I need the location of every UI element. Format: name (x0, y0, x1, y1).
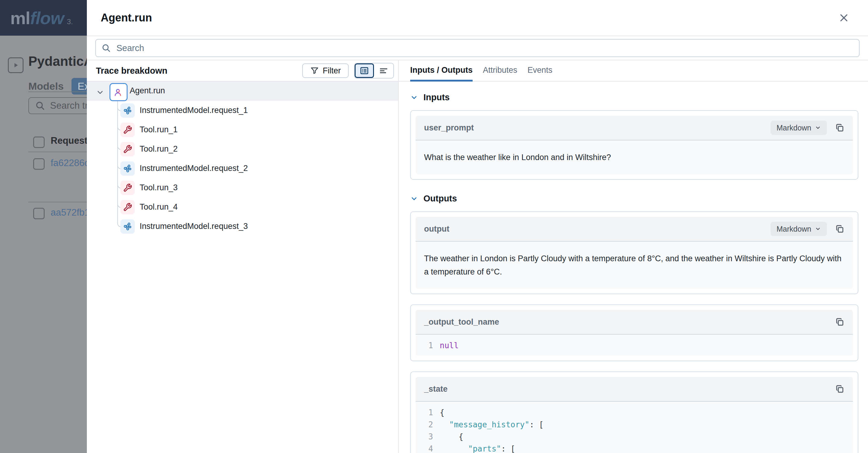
outputs-section-header[interactable]: Outputs (410, 194, 858, 203)
span-label: Agent.run (130, 86, 165, 95)
tree-view-toggle[interactable] (355, 63, 374, 78)
funnel-icon (310, 66, 319, 75)
code-line: 4 "parts": [ (424, 443, 844, 453)
trace-link[interactable]: fa62286c (51, 158, 87, 169)
gantt-view-icon (379, 66, 389, 76)
tool-span-icon (120, 142, 135, 157)
model-span-icon (120, 219, 135, 234)
state-card: _state 1{2 "message_history": [3 {4 "par… (410, 371, 858, 453)
field-key: _state (424, 385, 447, 394)
tabs-divider (28, 91, 87, 92)
output-tool-name-card-header: _output_tool_name (415, 310, 853, 335)
select-all-checkbox[interactable] (33, 137, 44, 148)
renderer-select[interactable]: Markdown (771, 222, 827, 236)
tab-attributes[interactable]: Attributes (483, 65, 517, 81)
span-search-input[interactable] (116, 43, 859, 53)
mlflow-version: 3. (67, 18, 73, 26)
detail-content: Inputs user_prompt Markdown (399, 82, 868, 453)
renderer-select[interactable]: Markdown (771, 120, 827, 135)
filter-button[interactable]: Filter (302, 63, 349, 78)
inputs-section-header[interactable]: Inputs (410, 92, 858, 103)
view-toggle-group (354, 63, 394, 79)
trace-link[interactable]: aa572fb1 (51, 207, 87, 218)
search-icon (101, 43, 111, 53)
modal-header: Agent.run (87, 0, 868, 36)
renderer-label: Markdown (777, 123, 811, 132)
field-key: output (424, 224, 450, 234)
span-search-box[interactable] (95, 39, 860, 57)
search-icon (35, 101, 45, 111)
span-label: InstrumentedModel.request_1 (140, 106, 248, 115)
timeline-view-toggle[interactable] (374, 63, 393, 78)
span-tree-row-Tool.run_4[interactable]: Tool.run_4 (87, 198, 398, 217)
tool-icon (123, 145, 132, 154)
tool-icon (123, 203, 132, 212)
row-checkbox[interactable] (33, 158, 44, 170)
trace-breakdown-panel: Trace breakdown Filter Agent.run (87, 60, 399, 453)
model-icon (123, 164, 132, 173)
span-tree-row-Tool.run_1[interactable]: Tool.run_1 (87, 120, 398, 140)
span-tree-row-Tool.run_2[interactable]: Tool.run_2 (87, 140, 398, 159)
trace-breakdown-title: Trace breakdown (96, 66, 167, 76)
span-detail-panel: Inputs / OutputsAttributesEvents Inputs … (399, 60, 868, 453)
span-label: Tool.run_2 (140, 144, 178, 154)
renderer-label: Markdown (777, 225, 811, 233)
experiment-title: PydanticA (28, 54, 87, 69)
copy-icon[interactable] (835, 317, 844, 327)
collapse-panel-icon[interactable] (8, 57, 24, 73)
detail-tabs: Inputs / OutputsAttributesEvents (399, 60, 868, 82)
traces-search-input[interactable]: Search tra (28, 97, 87, 114)
span-tree-row-InstrumentedModel.request_1[interactable]: InstrumentedModel.request_1 (87, 101, 398, 120)
chevron-down-icon (96, 88, 104, 97)
code-line: 1{ (424, 406, 844, 419)
copy-icon[interactable] (835, 384, 844, 394)
request-column-header[interactable]: Request (51, 135, 87, 146)
field-key: user_prompt (424, 123, 474, 133)
field-value: The weather in London is Partly Cloudy w… (415, 242, 853, 289)
agent-icon (114, 87, 124, 97)
field-key: _output_tool_name (424, 317, 499, 327)
model-span-icon (120, 103, 135, 118)
field-value: What is the weather like in London and i… (415, 140, 853, 174)
copy-icon[interactable] (835, 123, 844, 133)
model-icon (123, 222, 132, 231)
span-tree-row-InstrumentedModel.request_3[interactable]: InstrumentedModel.request_3 (87, 217, 398, 236)
span-tree-row-Tool.run_3[interactable]: Tool.run_3 (87, 178, 398, 198)
table-divider (28, 202, 87, 202)
trace-detail-modal: Agent.run Trace breakdown Filter (87, 0, 868, 453)
inputs-section-title: Inputs (424, 92, 450, 103)
model-icon (123, 106, 132, 115)
mlflow-logo: mlflow (10, 8, 64, 28)
row-checkbox[interactable] (33, 208, 44, 219)
modal-search-row (87, 36, 868, 60)
output-card-header: output Markdown (415, 217, 853, 242)
output-tool-name-card: _output_tool_name 1null (410, 304, 858, 361)
tab-models[interactable]: Models (28, 80, 64, 92)
copy-icon[interactable] (835, 224, 844, 234)
code-line: 2 "message_history": [ (424, 419, 844, 431)
list-view-icon (360, 66, 369, 76)
outputs-section: Outputs output Markdown (410, 194, 858, 453)
tool-span-icon (120, 123, 135, 137)
user-prompt-card-header: user_prompt Markdown (415, 116, 853, 140)
modal-title: Agent.run (101, 11, 152, 24)
span-tree: Agent.runInstrumentedModel.request_1Tool… (87, 82, 398, 453)
span-label: InstrumentedModel.request_3 (140, 222, 248, 231)
close-icon[interactable] (837, 10, 851, 25)
chevron-down-icon (815, 125, 821, 131)
code-block: 1{2 "message_history": [3 {4 "parts": [ (415, 402, 853, 453)
expand-chevron-icon[interactable] (96, 88, 104, 98)
mlflow-trace-modal-screen: mlflow 3. PydanticA Models Experi Search… (0, 0, 868, 453)
span-label: Tool.run_4 (140, 202, 178, 212)
span-label: Tool.run_3 (140, 183, 178, 192)
app-header: mlflow 3. (0, 0, 87, 36)
tab-inputs-outputs[interactable]: Inputs / Outputs (410, 65, 473, 81)
state-card-header: _state (415, 377, 853, 402)
tab-events[interactable]: Events (527, 65, 553, 81)
dimmed-background-page: mlflow 3. PydanticA Models Experi Search… (0, 0, 87, 453)
filter-label: Filter (323, 66, 341, 76)
span-tree-row-InstrumentedModel.request_2[interactable]: InstrumentedModel.request_2 (87, 159, 398, 178)
user-prompt-card: user_prompt Markdown (410, 110, 858, 180)
span-tree-row-Agent.run[interactable]: Agent.run (87, 82, 398, 101)
tool-icon (123, 125, 132, 134)
